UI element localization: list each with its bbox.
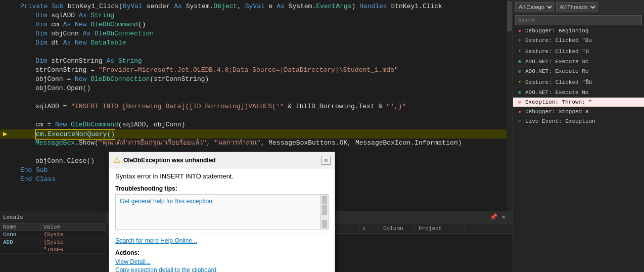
list-item: ⚡ Gesture: Clicked "ยืม <box>513 76 644 88</box>
network-icon: ⊕ <box>516 58 523 65</box>
locals-row-value: "INSER <box>40 246 106 253</box>
code-text: btnKey1.Click <box>391 2 442 11</box>
code-text: & lblID_Borrowing.Text & <box>284 102 387 111</box>
locals-col-value: Value <box>40 223 106 231</box>
code-text: strConnString = <box>35 66 99 75</box>
list-item: ⚡ Gesture: Clicked "Bu <box>513 36 644 46</box>
search-input[interactable] <box>515 15 642 25</box>
locals-row-name: ADD <box>0 239 40 246</box>
code-line: Dim cm As New OleDbCommand() <box>0 20 513 29</box>
list-item: ⊕ ADO.NET: Execute Sc <box>513 57 644 67</box>
execution-arrow: ▶ <box>3 129 7 139</box>
code-text: e <box>269 2 277 11</box>
troubleshooting-title: Troubleshooting tips: <box>115 185 329 192</box>
editor-scrollbar[interactable] <box>507 0 513 211</box>
type-name: Object <box>213 2 237 11</box>
actions-title: Actions: <box>115 249 329 256</box>
view-detail-link[interactable]: View Detail... <box>115 258 329 265</box>
tips-scrollbar[interactable] <box>320 195 328 229</box>
lightning-icon: ⚡ <box>516 78 523 85</box>
keyword: Sub <box>52 2 63 11</box>
keyword: Dim <box>35 38 47 48</box>
keyword: End <box>20 166 32 175</box>
close-panel-icon[interactable]: ✕ <box>499 213 508 221</box>
code-text: .Show( <box>75 139 99 148</box>
code-line: objConn.Open() <box>0 84 513 93</box>
code-line: cm = New OleDbCommand(sqlADD, objConn) <box>0 120 513 129</box>
dialog-error-message: Syntax error in INSERT INTO statement. <box>115 172 329 180</box>
code-text: (sqlADD, objConn) <box>118 120 186 129</box>
keyword: As <box>277 2 285 11</box>
warning-icon: ⚠ <box>113 155 120 165</box>
string-literal: "Provider=Microsoft.Jet.OLEDB.4.0;Data S… <box>99 66 398 75</box>
code-text: btnKey1_Click( <box>68 2 123 11</box>
code-line <box>0 93 513 102</box>
keyword: As <box>63 38 71 48</box>
code-text: strConnString <box>51 57 106 66</box>
keyword: As <box>63 20 71 29</box>
locals-row-name <box>0 246 40 253</box>
type-name: String <box>90 11 114 20</box>
list-item: ⊕ ADO.NET: Execute No <box>513 88 644 98</box>
code-text: cm = <box>35 120 55 129</box>
locals-row-value: {Syste <box>40 231 106 238</box>
general-help-link[interactable]: Get general help for this exception. <box>120 198 214 205</box>
scroll-down-arrow[interactable] <box>322 220 327 228</box>
keyword: Class <box>36 175 56 184</box>
code-text: System. <box>186 2 214 11</box>
string-literal: "คุณได้ทำการยืมกรุณาเรียบร้อยแล้ว" <box>99 139 207 148</box>
code-line: MessageBox.Show("คุณได้ทำการยืมกรุณาเรีย… <box>0 139 513 148</box>
code-line: Dim objConn As OleDbConnection <box>0 29 513 38</box>
code-line: sqlADD = "INSERT INTO [Borrowing Data]([… <box>0 102 513 111</box>
item-text: ADO.NET: Execute Re <box>525 68 588 74</box>
code-line: strConnString = "Provider=Microsoft.Jet.… <box>0 66 513 75</box>
code-text: ) <box>351 2 359 11</box>
circle-red-icon: ● <box>516 27 523 34</box>
keyword: New <box>75 38 86 48</box>
lightning-icon: ⚡ <box>516 48 523 55</box>
type-name: String <box>118 57 142 66</box>
code-line <box>0 111 513 120</box>
type-name: MessageBox <box>35 139 75 148</box>
threads-dropdown[interactable]: All Threads <box>556 2 597 12</box>
live-event-icon: ≡ <box>516 118 523 125</box>
dialog-close-button[interactable]: × <box>321 156 331 165</box>
code-text: (strConnString) <box>150 75 209 84</box>
keyword: As <box>174 2 182 11</box>
copy-exception-link[interactable]: Copy exception detail to the clipboard <box>115 266 329 272</box>
category-dropdown[interactable]: All Catego <box>515 2 554 12</box>
item-text: Gesture: Clicked "Bu <box>525 37 592 43</box>
keyword: As <box>83 29 91 38</box>
panel-icons: 📌 ✕ <box>489 213 510 221</box>
col-line: L <box>359 225 379 232</box>
highlighted-code: cm.ExecuteNonQuery() <box>35 129 115 140</box>
type-name: DataTable <box>90 38 126 48</box>
item-text: Gesture: Clicked "ยืม <box>525 77 592 86</box>
keyword: New <box>75 20 86 29</box>
help-online-link[interactable]: Search for more Help Online... <box>115 237 197 244</box>
scroll-thumb[interactable] <box>322 205 327 215</box>
pin-icon[interactable]: 📌 <box>489 213 497 221</box>
code-text: , MessageBoxButtons.OK, MessageBoxIcon.I… <box>261 139 462 148</box>
code-text: sqlADD = <box>35 102 71 111</box>
scroll-up-arrow[interactable] <box>322 196 327 204</box>
locals-tab-label: Locals <box>3 214 23 220</box>
type-name: OleDbConnection <box>90 75 150 84</box>
item-text: ADO.NET: Execute No <box>525 89 588 96</box>
keyword: Sub <box>36 166 48 175</box>
item-text: Gesture: Clicked "ต <box>525 47 589 56</box>
scrollbar-thumb[interactable] <box>507 1 512 31</box>
type-name: OleDbCommand <box>90 20 138 29</box>
code-line: objConn = New OleDbConnection(strConnStr… <box>0 75 513 84</box>
string-literal: "INSERT INTO [Borrowing Data]([ID_Borrow… <box>71 102 284 111</box>
keyword: As <box>79 11 87 20</box>
code-text: dt <box>51 38 63 48</box>
code-text: , <box>206 139 214 148</box>
list-item: ⊕ ADO.NET: Execute Re <box>513 67 644 76</box>
code-editor-area: Private Sub btnKey1_Click(ByVal sender A… <box>0 0 513 272</box>
code-line: Private Sub btnKey1_Click(ByVal sender A… <box>0 2 513 11</box>
tips-box: Get general help for this exception. <box>115 194 329 230</box>
network-icon: ⊕ <box>516 68 523 75</box>
list-item: ● Debugger: Beginning <box>513 26 644 36</box>
code-text: sender <box>147 2 174 11</box>
